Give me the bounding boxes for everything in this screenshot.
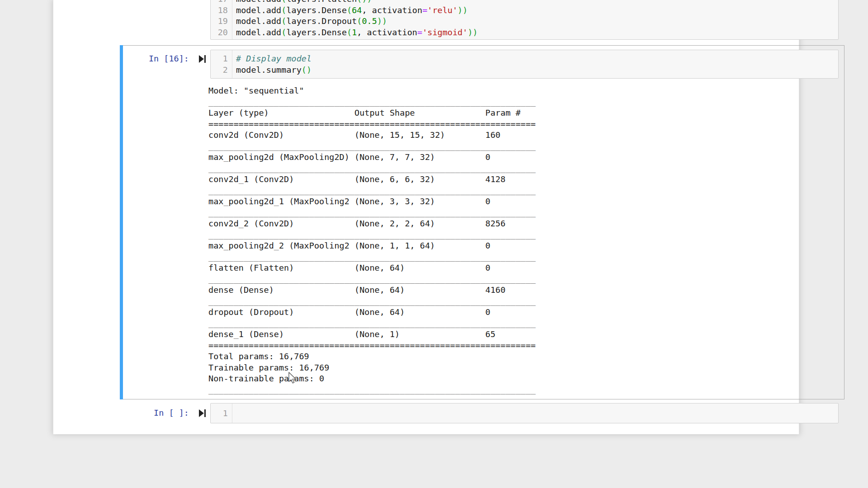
cell-input-area[interactable]: 1 bbox=[210, 403, 839, 423]
code-editor[interactable] bbox=[236, 408, 836, 419]
cell-selection-bar bbox=[120, 45, 123, 399]
cell-input-area[interactable]: 17181920 model.add(layers.Flatten())mode… bbox=[210, 0, 839, 40]
line-number-gutter: 1 bbox=[211, 404, 232, 423]
notebook-container: 17181920 model.add(layers.Flatten())mode… bbox=[53, 0, 799, 434]
run-cell-icon[interactable] bbox=[198, 408, 206, 418]
cell-input-area[interactable]: 12 # Display modelmodel.summary() bbox=[210, 50, 839, 79]
input-prompt: In [16]: bbox=[112, 53, 189, 65]
code-editor[interactable]: # Display modelmodel.summary() bbox=[236, 53, 836, 75]
mouse-cursor bbox=[288, 372, 297, 385]
line-number-gutter: 12 bbox=[211, 50, 232, 78]
line-number-gutter: 17181920 bbox=[211, 0, 232, 39]
model-summary-text: Model: "sequential" ____________________… bbox=[208, 85, 536, 395]
input-prompt: In [ ]: bbox=[112, 408, 189, 419]
notebook-page: { "notebook": { "colors": { "page_backgr… bbox=[0, 0, 868, 488]
code-editor[interactable]: model.add(layers.Flatten())model.add(lay… bbox=[236, 0, 836, 38]
run-cell-icon[interactable] bbox=[198, 54, 206, 64]
